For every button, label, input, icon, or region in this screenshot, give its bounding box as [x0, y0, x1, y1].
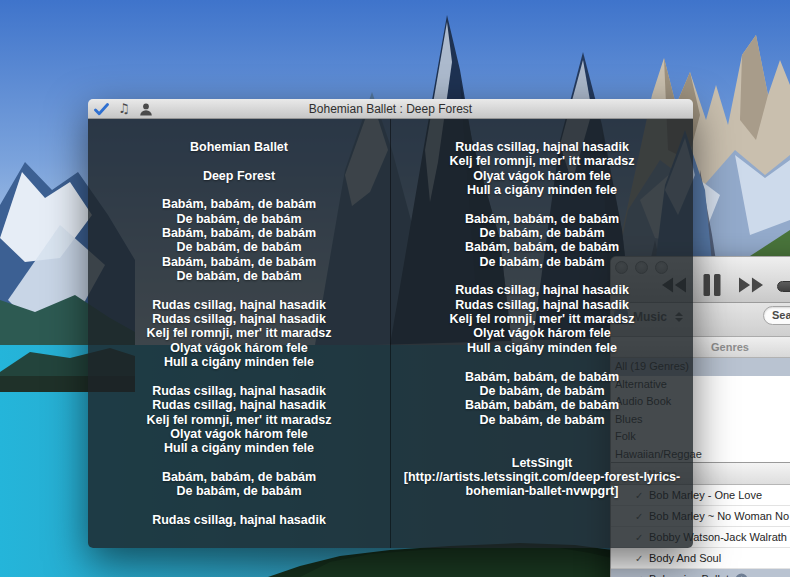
song-checkbox[interactable]: ✓: [635, 569, 643, 577]
volume-slider[interactable]: [777, 281, 790, 292]
search-input[interactable]: Search: [763, 306, 790, 325]
song-title: Body And Soul: [649, 548, 721, 569]
screen: ♪ Music Search Genres All (19 Genres) Al: [0, 0, 790, 577]
fast-forward-button[interactable]: [739, 277, 763, 293]
song-list-item[interactable]: ✓ Bohemian Ballet: [611, 569, 790, 577]
store-arrow-icon[interactable]: [735, 573, 748, 577]
lyrics-column-left: Bohemian Ballet Deep Forest Babám, babám…: [88, 119, 390, 548]
pause-button[interactable]: [703, 274, 721, 296]
pause-icon: [703, 274, 721, 296]
fast-forward-icon: [739, 277, 763, 293]
song-checkbox[interactable]: ✓: [635, 548, 643, 569]
song-title: Bohemian Ballet: [649, 569, 729, 577]
search-placeholder: Search: [772, 309, 790, 321]
lyrics-panel: Bohemian Ballet Deep Forest Babám, babám…: [88, 119, 693, 548]
lyrics-window-titlebar[interactable]: ♫ Bohemian Ballet : Deep Forest: [88, 99, 693, 119]
lyrics-column-right: Rudas csillag, hajnal hasadik Kelj fel r…: [391, 119, 693, 548]
lyrics-window-title: Bohemian Ballet : Deep Forest: [88, 102, 693, 116]
song-list-item[interactable]: ✓ Body And Soul: [611, 548, 790, 569]
genres-header-label: Genres: [711, 341, 749, 353]
lyrics-window: ♫ Bohemian Ballet : Deep Forest Bohemian…: [88, 99, 693, 548]
